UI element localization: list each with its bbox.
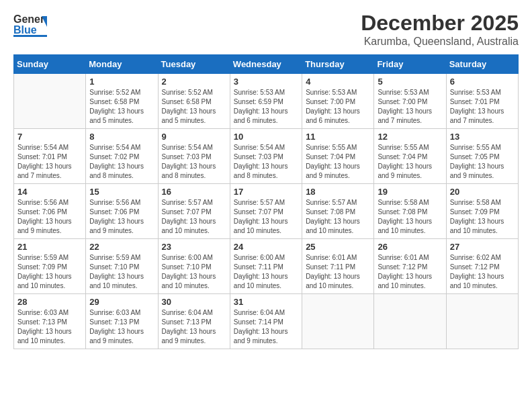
day-info: Sunrise: 5:55 AM Sunset: 7:04 PM Dayligh… (306, 143, 370, 181)
day-info: Sunrise: 5:55 AM Sunset: 7:04 PM Dayligh… (378, 143, 442, 181)
day-info: Sunrise: 6:03 AM Sunset: 7:13 PM Dayligh… (17, 308, 82, 346)
month-title: December 2025 (361, 11, 519, 36)
day-cell: 9Sunrise: 5:54 AM Sunset: 7:03 PM Daylig… (158, 129, 230, 184)
day-info: Sunrise: 6:01 AM Sunset: 7:11 PM Dayligh… (306, 253, 370, 291)
day-number: 30 (162, 297, 226, 307)
day-number: 31 (234, 297, 298, 307)
day-number: 26 (378, 242, 442, 252)
day-info: Sunrise: 6:01 AM Sunset: 7:12 PM Dayligh… (378, 253, 442, 291)
day-number: 21 (17, 242, 82, 252)
day-info: Sunrise: 5:54 AM Sunset: 7:02 PM Dayligh… (89, 143, 154, 181)
day-info: Sunrise: 5:59 AM Sunset: 7:10 PM Dayligh… (89, 253, 154, 291)
day-number: 22 (89, 242, 154, 252)
day-number: 8 (89, 132, 154, 142)
day-number: 15 (89, 187, 154, 197)
day-info: Sunrise: 5:54 AM Sunset: 7:03 PM Dayligh… (234, 143, 298, 181)
week-row-3: 14Sunrise: 5:56 AM Sunset: 7:06 PM Dayli… (14, 184, 519, 239)
day-info: Sunrise: 6:00 AM Sunset: 7:10 PM Dayligh… (162, 253, 226, 291)
day-info: Sunrise: 5:52 AM Sunset: 6:58 PM Dayligh… (89, 88, 154, 126)
day-number: 10 (234, 132, 298, 142)
day-info: Sunrise: 6:04 AM Sunset: 7:14 PM Dayligh… (234, 308, 298, 346)
day-number: 19 (378, 187, 442, 197)
header-row: Sunday Monday Tuesday Wednesday Thursday… (14, 55, 519, 74)
header: General Blue December 2025 Karumba, Quee… (13, 11, 519, 48)
day-cell: 29Sunrise: 6:03 AM Sunset: 7:13 PM Dayli… (86, 294, 158, 349)
week-row-2: 7Sunrise: 5:54 AM Sunset: 7:01 PM Daylig… (14, 129, 519, 184)
col-sunday: Sunday (14, 55, 86, 74)
week-row-1: 1Sunrise: 5:52 AM Sunset: 6:58 PM Daylig… (14, 74, 519, 129)
day-cell: 17Sunrise: 5:57 AM Sunset: 7:07 PM Dayli… (230, 184, 302, 239)
day-number: 16 (162, 187, 226, 197)
day-cell: 7Sunrise: 5:54 AM Sunset: 7:01 PM Daylig… (14, 129, 86, 184)
col-saturday: Saturday (446, 55, 518, 74)
day-number: 25 (306, 242, 370, 252)
day-cell: 8Sunrise: 5:54 AM Sunset: 7:02 PM Daylig… (86, 129, 158, 184)
day-number: 18 (306, 187, 370, 197)
day-number: 11 (306, 132, 370, 142)
day-info: Sunrise: 5:52 AM Sunset: 6:58 PM Dayligh… (162, 88, 226, 126)
day-number: 20 (450, 187, 515, 197)
day-number: 27 (450, 242, 515, 252)
day-info: Sunrise: 5:56 AM Sunset: 7:06 PM Dayligh… (17, 198, 82, 236)
day-cell (446, 294, 518, 349)
day-cell: 19Sunrise: 5:58 AM Sunset: 7:08 PM Dayli… (374, 184, 446, 239)
day-cell: 28Sunrise: 6:03 AM Sunset: 7:13 PM Dayli… (14, 294, 86, 349)
week-row-5: 28Sunrise: 6:03 AM Sunset: 7:13 PM Dayli… (14, 294, 519, 349)
col-wednesday: Wednesday (230, 55, 302, 74)
day-number: 6 (450, 77, 515, 87)
day-cell: 22Sunrise: 5:59 AM Sunset: 7:10 PM Dayli… (86, 239, 158, 294)
day-cell: 23Sunrise: 6:00 AM Sunset: 7:10 PM Dayli… (158, 239, 230, 294)
day-number: 28 (17, 297, 82, 307)
day-info: Sunrise: 5:53 AM Sunset: 6:59 PM Dayligh… (234, 88, 298, 126)
day-cell: 18Sunrise: 5:57 AM Sunset: 7:08 PM Dayli… (302, 184, 374, 239)
day-cell: 27Sunrise: 6:02 AM Sunset: 7:12 PM Dayli… (446, 239, 518, 294)
day-info: Sunrise: 6:03 AM Sunset: 7:13 PM Dayligh… (89, 308, 154, 346)
day-number: 5 (378, 77, 442, 87)
day-number: 7 (17, 132, 82, 142)
logo-icon: General Blue (13, 11, 47, 40)
location-title: Karumba, Queensland, Australia (361, 36, 519, 48)
day-number: 9 (162, 132, 226, 142)
day-cell: 13Sunrise: 5:55 AM Sunset: 7:05 PM Dayli… (446, 129, 518, 184)
day-info: Sunrise: 5:57 AM Sunset: 7:07 PM Dayligh… (234, 198, 298, 236)
day-info: Sunrise: 5:56 AM Sunset: 7:06 PM Dayligh… (89, 198, 154, 236)
col-thursday: Thursday (302, 55, 374, 74)
day-cell: 2Sunrise: 5:52 AM Sunset: 6:58 PM Daylig… (158, 74, 230, 129)
day-info: Sunrise: 6:04 AM Sunset: 7:13 PM Dayligh… (162, 308, 226, 346)
day-number: 23 (162, 242, 226, 252)
day-info: Sunrise: 5:58 AM Sunset: 7:08 PM Dayligh… (378, 198, 442, 236)
day-cell: 16Sunrise: 5:57 AM Sunset: 7:07 PM Dayli… (158, 184, 230, 239)
day-cell: 10Sunrise: 5:54 AM Sunset: 7:03 PM Dayli… (230, 129, 302, 184)
svg-text:General: General (13, 13, 47, 25)
day-info: Sunrise: 5:57 AM Sunset: 7:07 PM Dayligh… (162, 198, 226, 236)
day-cell: 15Sunrise: 5:56 AM Sunset: 7:06 PM Dayli… (86, 184, 158, 239)
day-info: Sunrise: 5:53 AM Sunset: 7:00 PM Dayligh… (378, 88, 442, 126)
day-cell: 26Sunrise: 6:01 AM Sunset: 7:12 PM Dayli… (374, 239, 446, 294)
day-cell: 5Sunrise: 5:53 AM Sunset: 7:00 PM Daylig… (374, 74, 446, 129)
day-number: 14 (17, 187, 82, 197)
day-cell: 30Sunrise: 6:04 AM Sunset: 7:13 PM Dayli… (158, 294, 230, 349)
day-cell: 24Sunrise: 6:00 AM Sunset: 7:11 PM Dayli… (230, 239, 302, 294)
day-cell: 6Sunrise: 5:53 AM Sunset: 7:01 PM Daylig… (446, 74, 518, 129)
day-number: 17 (234, 187, 298, 197)
day-cell: 25Sunrise: 6:01 AM Sunset: 7:11 PM Dayli… (302, 239, 374, 294)
day-info: Sunrise: 5:55 AM Sunset: 7:05 PM Dayligh… (450, 143, 515, 181)
day-cell: 1Sunrise: 5:52 AM Sunset: 6:58 PM Daylig… (86, 74, 158, 129)
svg-text:Blue: Blue (13, 24, 37, 36)
day-number: 13 (450, 132, 515, 142)
title-area: December 2025 Karumba, Queensland, Austr… (361, 11, 519, 48)
col-monday: Monday (86, 55, 158, 74)
day-cell: 20Sunrise: 5:58 AM Sunset: 7:09 PM Dayli… (446, 184, 518, 239)
day-info: Sunrise: 5:53 AM Sunset: 7:01 PM Dayligh… (450, 88, 515, 126)
day-cell: 31Sunrise: 6:04 AM Sunset: 7:14 PM Dayli… (230, 294, 302, 349)
day-info: Sunrise: 6:02 AM Sunset: 7:12 PM Dayligh… (450, 253, 515, 291)
day-number: 29 (89, 297, 154, 307)
day-info: Sunrise: 6:00 AM Sunset: 7:11 PM Dayligh… (234, 253, 298, 291)
day-info: Sunrise: 5:54 AM Sunset: 7:03 PM Dayligh… (162, 143, 226, 181)
col-friday: Friday (374, 55, 446, 74)
day-info: Sunrise: 5:59 AM Sunset: 7:09 PM Dayligh… (17, 253, 82, 291)
day-cell (14, 74, 86, 129)
day-cell: 4Sunrise: 5:53 AM Sunset: 7:00 PM Daylig… (302, 74, 374, 129)
day-cell (374, 294, 446, 349)
col-tuesday: Tuesday (158, 55, 230, 74)
